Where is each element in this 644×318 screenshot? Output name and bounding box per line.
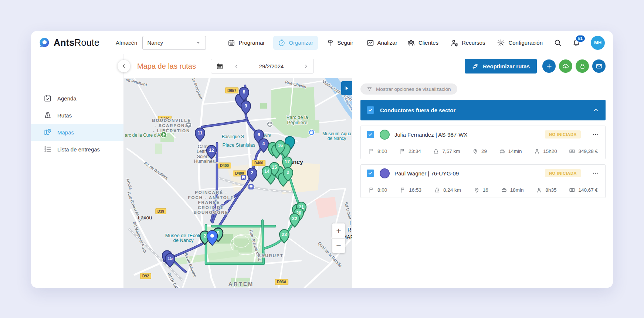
road-shield: D39: [156, 208, 166, 214]
tab-recursos[interactable]: Recursos: [450, 35, 486, 50]
cash-icon: [569, 187, 575, 193]
map[interactable]: D657D400D400D400D400D39D92D93And Pinchar…: [123, 78, 352, 288]
funnel-icon: [367, 86, 372, 92]
app-window: AntsRoute Almacén Nancy Programar Organi…: [31, 31, 613, 288]
stat-cash: 140,67 €: [569, 187, 598, 193]
reoptimize-routes-button[interactable]: Reoptimizar rutas: [465, 59, 537, 73]
signpost-icon: [326, 39, 334, 47]
driver-card: Julia Fernandez | AS-987-WX NO INICIADA …: [360, 126, 606, 159]
flag-icon: [368, 148, 374, 154]
svg-text:D39: D39: [157, 209, 165, 213]
svg-text:9: 9: [245, 103, 247, 109]
notifications-button[interactable]: 51: [572, 39, 580, 47]
svg-text:D93A: D93A: [277, 280, 287, 284]
map-label: arc de la Cure d'Air: [125, 133, 163, 138]
avatar[interactable]: MH: [591, 36, 605, 50]
tab-clientes[interactable]: Clientes: [406, 35, 439, 50]
calendar-button[interactable]: [211, 59, 229, 73]
display-options-button[interactable]: Mostrar opciones de visualización: [360, 83, 457, 95]
tab-configuracion[interactable]: Configuración: [496, 35, 543, 50]
cloud-download-button[interactable]: [559, 59, 572, 73]
sidebar-item-agenda[interactable]: Agenda: [31, 90, 123, 107]
stat-pini: 16: [474, 187, 488, 193]
svg-text:D400: D400: [254, 161, 263, 165]
pini-icon: [474, 187, 480, 193]
roadi-icon: [434, 187, 440, 193]
pini-icon: [472, 148, 478, 154]
chevron-left-icon: [234, 64, 239, 69]
calendar-icon: [228, 39, 235, 47]
road-shield: D400: [218, 163, 231, 168]
tab-seguir[interactable]: Seguir: [322, 36, 358, 50]
svg-text:15: 15: [167, 256, 173, 261]
sidebar-item-rutas[interactable]: Rutas: [31, 107, 123, 124]
driver-name: Julia Fernandez | AS-987-WX: [394, 131, 545, 138]
svg-text:16: 16: [278, 143, 283, 148]
status-badge: NO INICIADA: [545, 130, 581, 139]
road-shield: D657: [225, 88, 238, 93]
zoom-in-button[interactable]: +: [332, 223, 345, 238]
driver-row[interactable]: Julia Fernandez | AS-987-WX NO INICIADA: [360, 126, 606, 143]
map-label: R: [348, 227, 351, 233]
map-zoom-control: + −: [332, 223, 345, 253]
rocket-icon: [472, 63, 479, 70]
date-prev-button[interactable]: [229, 59, 244, 73]
flag-icon: [368, 187, 374, 193]
send-mail-button[interactable]: [592, 59, 606, 73]
grad-poi-icon: [186, 122, 191, 128]
flagf-icon: [399, 148, 406, 154]
zoom-out-button[interactable]: −: [332, 238, 345, 253]
person-icon: [536, 187, 542, 193]
svg-text:15: 15: [272, 165, 277, 170]
chart-icon: [367, 39, 374, 47]
gear-icon: [497, 39, 505, 47]
brand-logo[interactable]: AntsRoute: [38, 37, 99, 49]
svg-text:14: 14: [264, 169, 270, 174]
tab-analizar[interactable]: Analizar: [362, 36, 402, 50]
driver-checkbox[interactable]: [367, 170, 374, 177]
lock-button[interactable]: [576, 59, 589, 73]
driver-row[interactable]: Paul Wagner | 76-UYG-09 NO INICIADA: [360, 164, 606, 182]
page-title: Mapa de las rutas: [137, 62, 196, 71]
add-button[interactable]: [542, 59, 556, 73]
warehouse-label: Almacén: [116, 40, 137, 46]
users-icon: [407, 39, 415, 47]
driver-menu-button[interactable]: [592, 131, 599, 138]
tab-organizar[interactable]: Organizar: [273, 36, 318, 50]
driver-checkbox[interactable]: [367, 131, 374, 138]
sidebar-item-lista-de-entregas[interactable]: Lista de entregas: [31, 141, 123, 158]
routes-panel: Mostrar opciones de visualización Conduc…: [352, 78, 613, 288]
map-label: BOUDONVILLE- SCARPONE- LIBÉRATION: [152, 118, 191, 133]
svg-text:2: 2: [251, 170, 254, 175]
drivers-list: Julia Fernandez | AS-987-WX NO INICIADA …: [360, 126, 606, 198]
map-canvas[interactable]: D657D400D400D400D400D39D92D93And Pinchar…: [123, 78, 352, 288]
map-expand-button[interactable]: [341, 81, 352, 95]
map-label: I: [349, 220, 351, 226]
date-next-button[interactable]: [299, 59, 313, 73]
warehouse-select[interactable]: Nancy: [142, 36, 206, 50]
nav-right-group: Clientes Recursos Configuración 51 MH: [406, 35, 605, 50]
date-picker: 29/2/2024: [211, 59, 314, 73]
collapse-sidebar-button[interactable]: [118, 60, 130, 72]
toolbar-actions: Reoptimizar rutas: [465, 59, 613, 73]
svg-text:22: 22: [292, 216, 297, 221]
group-checkbox[interactable]: [367, 106, 374, 114]
map-label: Laxou: [138, 215, 152, 220]
search-button[interactable]: [554, 39, 562, 47]
driver-menu-button[interactable]: [592, 170, 599, 177]
svg-text:23: 23: [282, 232, 287, 237]
brand-name: AntsRoute: [54, 37, 99, 48]
tab-programar[interactable]: Programar: [223, 36, 270, 50]
chevron-left-icon: [121, 63, 127, 69]
cloud-download-icon: [562, 62, 569, 70]
drivers-group-header[interactable]: Conductores fuera de sector: [360, 100, 606, 120]
user-gear-icon: [450, 39, 458, 47]
stat-person: 15h20: [534, 148, 557, 154]
svg-text:17: 17: [285, 159, 290, 164]
collapse-group-button[interactable]: [593, 107, 599, 113]
lock-icon: [579, 63, 586, 70]
road-icon: [44, 111, 52, 119]
stat-pini: 29: [472, 148, 487, 154]
date-value[interactable]: 29/2/2024: [244, 63, 299, 69]
sidebar-item-mapas[interactable]: Mapas: [31, 124, 123, 141]
